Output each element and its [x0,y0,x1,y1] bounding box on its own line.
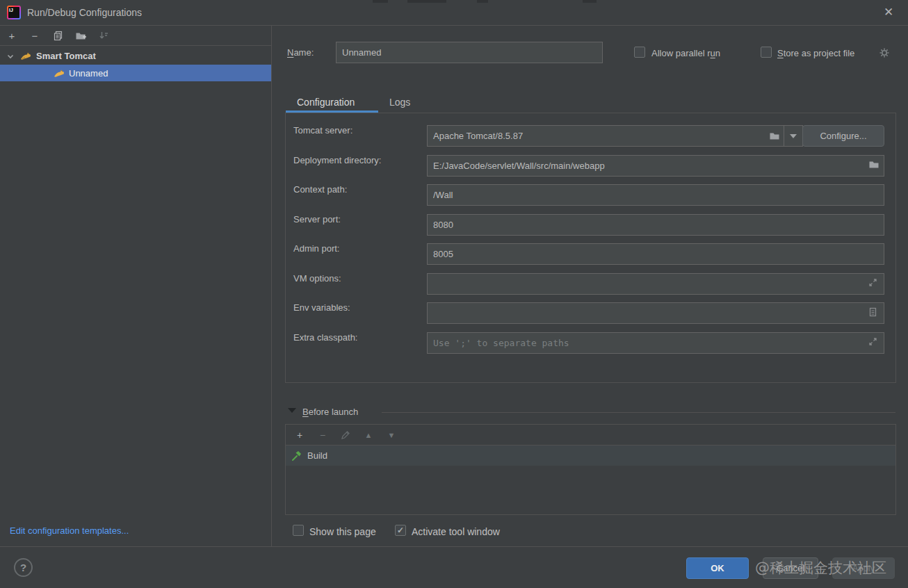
activate-tool-window-checkbox[interactable] [395,525,406,536]
remove-configuration-button[interactable]: − [29,30,40,41]
remove-task-button[interactable]: − [317,430,328,441]
env-variables-input[interactable] [427,302,884,324]
context-path-input[interactable] [427,184,884,206]
move-down-icon[interactable]: ▼ [386,430,397,441]
server-port-input[interactable] [427,214,884,236]
hammer-icon [291,450,302,462]
deployment-directory-row: Deployment directory: [293,155,884,177]
configurations-sidebar: + − [0,26,272,546]
show-this-page-checkbox[interactable] [293,525,304,536]
vm-options-row: VM options: [293,273,884,295]
before-launch-panel: + − ▲ ▼ Build [285,424,896,515]
dialog-button-bar: ? OK Cancel Apply @稀土掘金技术社区 [0,546,908,588]
server-port-row: Server port: [293,214,884,236]
close-icon[interactable]: ✕ [880,4,897,21]
activate-tool-window-label: Activate tool window [412,526,500,537]
expand-editor-icon[interactable] [868,278,879,289]
new-folder-icon[interactable] [75,30,86,41]
configure-button[interactable]: Configure... [802,125,884,147]
gear-icon[interactable] [879,47,890,58]
store-as-project-file-checkbox[interactable] [761,47,772,58]
intellij-logo-icon: IJ [7,6,21,19]
move-up-icon[interactable]: ▲ [363,430,374,441]
before-launch-separator [382,412,895,413]
admin-port-row: Admin port: [293,243,884,265]
deployment-directory-input[interactable] [427,155,884,177]
folder-icon[interactable] [765,131,784,141]
extra-classpath-row: Extra classpath: [293,332,884,354]
folder-icon[interactable] [868,160,879,171]
apply-button[interactable]: Apply [832,557,895,579]
cancel-button[interactable]: Cancel [763,557,818,579]
task-label: Build [307,450,327,461]
browse-variables-icon[interactable] [868,307,879,318]
admin-port-input[interactable] [427,243,884,265]
allow-parallel-run-label: Allow parallel run [651,48,720,58]
help-icon[interactable]: ? [14,558,33,577]
expand-editor-icon[interactable] [868,337,879,348]
tree-item-unnamed[interactable]: Unnamed [0,65,271,81]
ok-button[interactable]: OK [686,557,749,579]
sidebar-toolbar: + − [0,26,271,46]
tree-item-smart-tomcat[interactable]: Smart Tomcat [0,47,271,65]
configurations-tree: Smart Tomcat Unnamed [0,47,271,81]
name-label: Name: [287,47,314,58]
titlebar: IJ Run/Debug Configurations ✕ [0,0,908,26]
before-launch-collapse-icon[interactable] [288,408,296,413]
tomcat-icon [20,51,32,61]
show-this-page-label: Show this page [309,526,376,537]
context-path-label: Context path: [293,184,347,195]
tomcat-server-row: Tomcat server: Apache Tomcat/8.5.87 Conf… [293,125,884,147]
tomcat-icon [54,68,65,79]
tree-item-label: Unnamed [69,68,108,79]
before-launch-title: Before launch [302,407,358,417]
admin-port-label: Admin port: [293,243,339,254]
add-configuration-button[interactable]: + [6,30,17,41]
context-path-row: Context path: [293,184,884,206]
vm-options-input[interactable] [427,273,884,295]
combobox-dropdown-arrow[interactable] [784,126,802,146]
run-debug-configurations-dialog: IJ Run/Debug Configurations ✕ + − [0,0,908,588]
extra-classpath-input[interactable] [427,332,884,354]
edit-task-icon[interactable] [340,430,351,441]
allow-parallel-run-checkbox[interactable] [634,47,645,58]
before-launch-toolbar: + − ▲ ▼ [286,425,895,446]
tomcat-server-label: Tomcat server: [293,125,352,136]
tab-configuration[interactable]: Configuration [297,97,355,108]
vm-options-label: VM options: [293,273,341,284]
store-as-project-file-label: Store as project file [777,48,854,58]
before-launch-task-build[interactable]: Build [286,446,895,466]
copy-configuration-icon[interactable] [52,30,63,41]
deployment-directory-label: Deployment directory: [293,155,381,165]
tomcat-server-value: Apache Tomcat/8.5.87 [428,131,765,141]
tab-logs[interactable]: Logs [389,97,410,108]
edit-configuration-templates-link[interactable]: Edit configuration templates... [10,525,129,536]
dialog-title: Run/Debug Configurations [27,7,142,18]
name-input[interactable] [336,42,603,63]
add-task-button[interactable]: + [294,430,305,441]
env-variables-row: Env variables: [293,302,884,324]
env-variables-label: Env variables: [293,302,350,313]
configuration-tab-panel: Tomcat server: Apache Tomcat/8.5.87 Conf… [285,113,896,383]
tomcat-server-combobox[interactable]: Apache Tomcat/8.5.87 [427,125,803,147]
server-port-label: Server port: [293,214,341,224]
sort-configurations-icon[interactable] [98,30,109,41]
tree-item-label: Smart Tomcat [36,51,96,61]
chevron-down-icon[interactable] [6,51,15,61]
extra-classpath-label: Extra classpath: [293,332,358,343]
